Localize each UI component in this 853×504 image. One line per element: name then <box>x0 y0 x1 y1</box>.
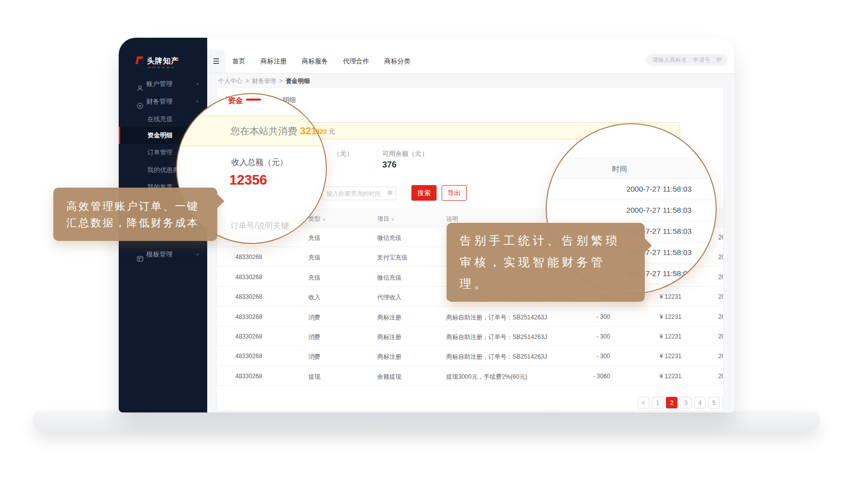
cell-project: 代理收入 <box>377 293 401 302</box>
callout-line: 理。 <box>460 273 632 295</box>
pagination-page-5[interactable]: 5 <box>708 397 720 408</box>
sort-chevron-icon: ∨ <box>391 217 395 222</box>
cell-time: 2000-7-27 11:58:03 <box>718 234 723 241</box>
nav-item-3[interactable]: 代理合作 <box>343 57 369 66</box>
cell-project: 微信充值 <box>377 274 401 282</box>
callout-line: 汇总数据，降低财务成本 <box>66 214 204 231</box>
col-header-type[interactable]: 类型∨ <box>308 215 326 223</box>
pagination-prev-button[interactable]: < <box>638 397 649 408</box>
magnified-tab-underline <box>246 99 261 101</box>
cell-desc: 提现3000元，手续费2%(60元) <box>446 373 527 381</box>
sidebar-item-7[interactable]: 模板管理∨ <box>119 246 207 263</box>
cell-type: 充值 <box>308 234 320 242</box>
chevron-down-icon: ∨ <box>196 247 199 261</box>
cell-balance: ¥ 12231 <box>660 373 681 380</box>
cell-type: 充值 <box>308 254 320 262</box>
breadcrumb-item[interactable]: 财务管理 <box>252 77 276 86</box>
magnified-time-row: 2000-7-27 11:58:03 <box>547 200 716 221</box>
export-button[interactable]: 导出 <box>442 185 467 201</box>
breadcrumb: 个人中心 > 财务管理 > 资金明细 <box>207 73 734 89</box>
cell-order: 48330268 <box>235 333 262 340</box>
laptop-base <box>33 411 820 431</box>
col-header-desc: 说明 <box>446 215 458 223</box>
cell-order: 48330268 <box>235 373 262 380</box>
breadcrumb-current: 资金明细 <box>286 77 310 86</box>
nav-item-0[interactable]: 首页 <box>232 57 245 66</box>
cell-project: 商标注册 <box>377 353 401 361</box>
nav-item-4[interactable]: 商标分类 <box>384 57 410 66</box>
breadcrumb-separator: > <box>279 77 283 85</box>
time-value: 2000-7-27 11:58:03 <box>626 206 692 214</box>
table-row[interactable]: 48330268消费商标注册商标自助注册，订单号：SB2514263J- 300… <box>217 307 723 326</box>
pagination-page-1[interactable]: 1 <box>652 397 663 408</box>
pagination-page-2[interactable]: 2 <box>666 397 677 408</box>
pagination-page-4[interactable]: 4 <box>694 397 706 408</box>
sidebar-item-1[interactable]: 财务管理∧ <box>119 93 207 110</box>
sidebar-item-label: 我的优惠券 <box>147 161 179 179</box>
cell-balance: ¥ 12231 <box>660 333 681 340</box>
cell-balance: ¥ 12231 <box>660 293 681 300</box>
search-input[interactable] <box>646 54 728 66</box>
callout-line: 告别手工统计、告别繁琐 <box>460 230 632 251</box>
stat-divider <box>377 149 378 168</box>
template-icon <box>137 251 143 258</box>
sidebar-item-label: 模板管理 <box>146 246 173 263</box>
cell-type: 消费 <box>308 333 320 342</box>
sidebar-item-label: 在线充值 <box>147 111 173 128</box>
hamburger-icon: ☰ <box>213 57 219 66</box>
finance-icon <box>137 98 143 105</box>
cell-amount: - 300 <box>596 353 610 360</box>
cell-type: 充值 <box>308 274 320 282</box>
brand-logo-icon <box>134 55 144 67</box>
magnified-time-row: 2000-7-27 11:58:03 <box>547 179 716 200</box>
cell-balance: ¥ 12231 <box>660 313 681 320</box>
cell-project: 支付宝充值 <box>377 254 407 262</box>
income-total-value: 12356 <box>229 173 267 188</box>
col-header-project[interactable]: 项目∨ <box>377 215 395 223</box>
balance-label: 可用余额（元） <box>382 149 428 158</box>
cell-amount: - 300 <box>596 313 610 320</box>
calendar-icon[interactable]: ▦ <box>387 189 392 196</box>
callout-left: 高效管理账户订单、一键汇总数据，降低财务成本 <box>53 188 217 241</box>
cell-time: 2000-7-27 11:58:03 <box>718 333 723 340</box>
time-column-label: 时间 <box>612 164 627 174</box>
sort-chevron-icon: ∨ <box>322 217 326 222</box>
top-navbar: ☰ 首页商标注册商标服务代理合作商标分类 <box>207 38 734 73</box>
hamburger-button[interactable]: ☰ <box>207 50 225 73</box>
page: 头牌知产 账户管理∨财务管理∧在线充值资金明细订单管理我的优惠券我的发票模板管理… <box>0 0 853 504</box>
cell-type: 提现 <box>308 373 320 381</box>
table-row[interactable]: 48330268提现余额提现提现3000元，手续费2%(60元)- 3060¥ … <box>217 366 723 386</box>
cell-order: 48330268 <box>235 254 262 261</box>
callout-right: 告别手工统计、告别繁琐审核，实现智能财务管理。 <box>447 223 645 302</box>
cell-time: 2000-7-27 11:58:03 <box>718 293 723 300</box>
nav-item-1[interactable]: 商标注册 <box>261 57 287 66</box>
table-row[interactable]: 48330268消费商标注册商标自助注册，订单号：SB2514263J- 300… <box>217 346 723 366</box>
pagination-page-partial[interactable] <box>722 397 723 408</box>
time-query-input[interactable] <box>322 187 396 200</box>
sidebar-item-0[interactable]: 账户管理∨ <box>119 75 207 93</box>
cell-project: 余额提现 <box>377 373 401 381</box>
cell-amount: - 300 <box>596 333 610 340</box>
nav-item-2[interactable]: 商标服务 <box>302 57 328 66</box>
cell-time: 2000-7-27 11:58:03 <box>718 313 723 320</box>
table-row[interactable]: 48330268消费商标注册商标自助注册，订单号：SB2514263J- 300… <box>217 326 723 346</box>
sidebar-item-label: 资金明细 <box>147 127 173 144</box>
search-button[interactable]: 搜索 <box>411 185 437 201</box>
cell-time: 2000-7-27 11:58:03 <box>718 353 723 360</box>
magnified-keyword-placeholder: 订单号/说明关键 <box>230 221 289 231</box>
breadcrumb-item[interactable]: 个人中心 <box>218 77 242 86</box>
income-total-label: 收入总额（元） <box>231 157 288 168</box>
balance-value: 376 <box>382 160 396 170</box>
brand-caption <box>148 67 174 68</box>
pagination-page-3[interactable]: 3 <box>680 397 692 408</box>
sidebar-item-label: 订单管理 <box>147 144 173 161</box>
time-value: 2000-7-27 11:58:03 <box>626 185 692 193</box>
magnified-banner-text: 您在本站共消费 32124 <box>230 125 327 138</box>
sidebar-item-label: 财务管理 <box>146 93 173 110</box>
brand-logo[interactable]: 头牌知产 <box>134 55 179 67</box>
cell-time: 2000-7-27 11:58:03 <box>718 274 723 281</box>
cell-type: 消费 <box>308 353 320 361</box>
topnav: 首页商标注册商标服务代理合作商标分类 <box>232 50 410 73</box>
magnified-time-header: 时间 <box>547 158 716 179</box>
magnified-tab-partial: 资金 <box>228 96 243 106</box>
